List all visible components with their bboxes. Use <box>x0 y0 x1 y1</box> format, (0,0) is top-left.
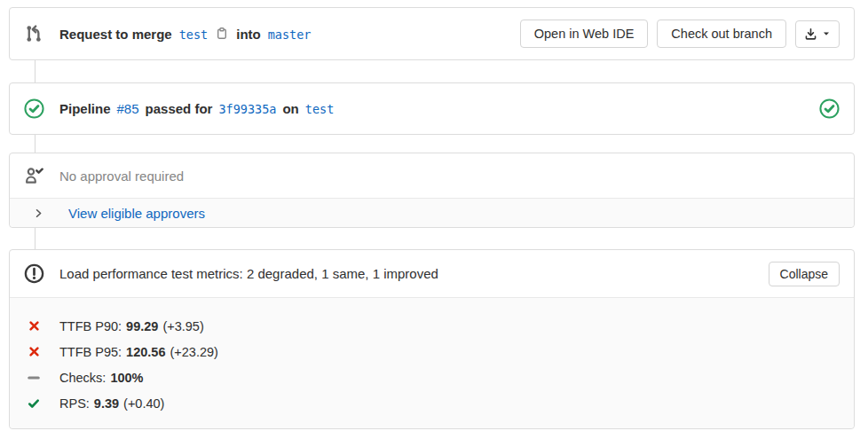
metric-delta: (+0.40) <box>123 396 164 411</box>
metric-row-ttfb-p90: TTFB P90: 99.29 (+3.95) <box>24 313 840 339</box>
pipeline-branch-link[interactable]: test <box>305 102 335 116</box>
timeline-connector <box>35 228 36 249</box>
commit-sha-link[interactable]: 3f99335a <box>218 102 276 116</box>
metric-label: Checks: <box>59 371 106 385</box>
approval-status-text: No approval required <box>59 168 184 184</box>
request-to-merge-label: Request to merge <box>59 27 172 42</box>
metric-delta: (+3.95) <box>162 319 203 333</box>
metric-row-rps: RPS: 9.39 (+0.40) <box>24 390 840 416</box>
metric-text: TTFB P90: 99.29 (+3.95) <box>59 319 204 333</box>
on-label: on <box>282 101 298 116</box>
collapse-button[interactable]: Collapse <box>769 262 840 286</box>
metric-label: TTFB P90: <box>59 319 122 333</box>
metric-value: 99.29 <box>126 319 158 333</box>
approval-user-check-icon <box>24 166 43 185</box>
into-label: into <box>236 27 261 42</box>
view-eligible-approvers-link[interactable]: View eligible approvers <box>68 206 205 221</box>
pipeline-success-icon <box>24 98 44 119</box>
same-icon <box>24 371 43 385</box>
metric-label: TTFB P95: <box>59 345 122 359</box>
metric-text: RPS: 9.39 (+0.40) <box>59 396 164 411</box>
load-performance-summary: Load performance test metrics: 2 degrade… <box>59 266 438 281</box>
load-performance-metrics-list: TTFB P90: 99.29 (+3.95) TTFB P95: 120.56… <box>10 297 854 428</box>
approvers-toggle-row[interactable]: View eligible approvers <box>10 198 854 227</box>
pipeline-label: Pipeline <box>59 101 111 116</box>
metric-row-ttfb-p95: TTFB P95: 120.56 (+23.29) <box>24 339 840 364</box>
copy-branch-button[interactable] <box>215 27 229 41</box>
load-performance-header: Load performance test metrics: 2 degrade… <box>10 250 854 297</box>
merge-request-sentence: Request to merge test into master <box>59 27 312 42</box>
load-performance-section: Load performance test metrics: 2 degrade… <box>9 249 855 429</box>
alert-circle-icon <box>24 263 44 284</box>
degraded-icon <box>24 320 43 332</box>
merge-request-header: Request to merge test into master Open i… <box>9 7 855 60</box>
source-branch-link[interactable]: test <box>179 27 209 42</box>
merge-request-widget: Request to merge test into master Open i… <box>0 0 868 431</box>
merge-request-actions: Open in Web IDE Check out branch <box>520 20 840 48</box>
pipeline-section: Pipeline #85 passed for 3f99335a on test <box>9 82 855 135</box>
improved-icon <box>24 397 43 410</box>
metric-row-checks: Checks: 100% <box>24 364 840 390</box>
approvals-section: No approval required View eligible appro… <box>9 153 855 228</box>
metric-label: RPS: <box>59 396 90 411</box>
metric-delta: (+23.29) <box>170 345 217 359</box>
timeline-connector <box>35 60 36 82</box>
download-icon <box>804 27 817 41</box>
pipeline-sentence: Pipeline #85 passed for 3f99335a on test <box>59 101 334 116</box>
metric-value: 100% <box>110 371 143 385</box>
passed-for-label: passed for <box>146 101 213 116</box>
open-in-web-ide-button[interactable]: Open in Web IDE <box>520 20 649 48</box>
approval-status-row: No approval required <box>10 153 854 198</box>
download-dropdown-button[interactable] <box>795 20 840 48</box>
mini-pipeline-stage[interactable] <box>819 98 840 119</box>
merge-request-icon <box>24 24 43 43</box>
pipeline-id-link[interactable]: #85 <box>117 101 139 116</box>
check-out-branch-button[interactable]: Check out branch <box>657 20 786 48</box>
metric-text: Checks: 100% <box>59 371 147 385</box>
timeline-connector <box>35 135 36 153</box>
metric-value: 120.56 <box>126 345 165 359</box>
metric-text: TTFB P95: 120.56 (+23.29) <box>59 345 218 359</box>
degraded-icon <box>24 346 43 357</box>
chevron-down-icon <box>822 29 831 38</box>
metric-value: 9.39 <box>94 396 119 411</box>
target-branch-link[interactable]: master <box>268 27 312 42</box>
chevron-right-icon[interactable] <box>33 208 45 219</box>
